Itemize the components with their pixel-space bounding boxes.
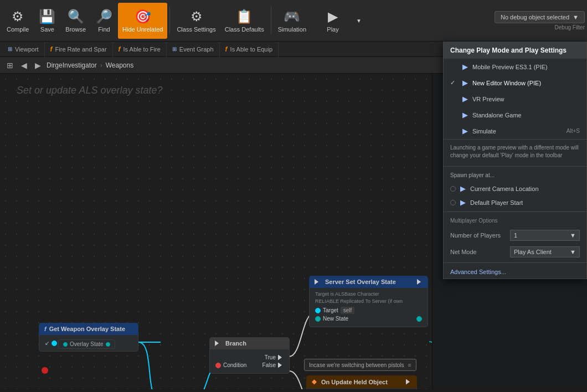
home-button[interactable]: ⊞ (4, 60, 16, 71)
mobile-preview-item[interactable]: ▶ Mobile Preview ES3.1 (PIE) (444, 59, 586, 75)
browse-icon: 🔍 (68, 9, 84, 24)
canvas-area[interactable]: Set or update ALS overlay state? f Get (0, 74, 432, 389)
browse-button[interactable]: 🔍 Browse (61, 3, 90, 39)
debug-object-select[interactable]: No debug object selected ▼ (495, 11, 585, 23)
tab-fire-rate-and-spar[interactable]: f Fire Rate and Spar (45, 42, 113, 57)
num-players-arrow: ▼ (570, 232, 576, 239)
simulate-item[interactable]: ▶ Simulate Alt+S (444, 123, 586, 139)
overlay-state-text: Overlay State (70, 341, 104, 347)
net-mode-arrow: ▼ (570, 249, 576, 255)
save-label: Save (40, 26, 54, 33)
new-editor-icon: ▶ (462, 79, 468, 87)
on-update-exec-out (406, 379, 411, 385)
compile-label: Compile (7, 26, 29, 33)
tab-is-able-to-equip[interactable]: f Is Able to Equip (220, 42, 279, 57)
default-player-radio[interactable] (450, 200, 456, 205)
vr-preview-item[interactable]: ▶ VR Preview (444, 91, 586, 107)
simulate-icon: ▶ (462, 127, 468, 135)
breadcrumb-child[interactable]: Weapons (106, 61, 133, 69)
node-title: Get Weapon Overlay State (49, 326, 125, 332)
play-dropdown-button[interactable]: ▼ (355, 3, 363, 39)
simulation-label: Simulation (278, 26, 306, 33)
default-player-label: Default Player Start (470, 199, 523, 206)
pistols-comment: Incase we're switching between pistols ≡ (304, 359, 416, 371)
default-player-icon: ▶ (460, 198, 466, 207)
breadcrumb-root[interactable]: DirgeInvestigator (47, 61, 97, 69)
viewport-icon: ⊞ (8, 46, 12, 52)
branch-condition-pin[interactable] (215, 363, 221, 368)
simulation-button[interactable]: 🎮 Simulation (274, 3, 311, 39)
tab-viewport[interactable]: ⊞ Viewport (2, 42, 45, 57)
branch-node[interactable]: Branch True Condition False (209, 337, 290, 374)
server-new-state-pin[interactable] (315, 316, 321, 322)
spawn-label: Spawn player at... (444, 169, 586, 182)
new-editor-label: New Editor Window (PIE) (472, 80, 541, 86)
num-players-value: 1 (514, 232, 517, 239)
play-label: Play (327, 26, 338, 33)
server-target-label: Target (323, 307, 338, 313)
overlay-state-label: Overlay State (58, 339, 115, 349)
branch-true-pin[interactable] (278, 355, 284, 360)
server-set-subtitle1: Target is ALSBase Character (315, 291, 422, 297)
debug-bar: No debug object selected ▼ Debug Filter (495, 11, 585, 30)
forward-button[interactable]: ▶ (33, 60, 43, 71)
fire-rate-label: Fire Rate and Spar (55, 46, 107, 53)
net-mode-select[interactable]: Play As Client ▼ (510, 246, 580, 257)
save-icon: 💾 (39, 9, 55, 24)
vr-icon: ▶ (462, 95, 468, 103)
tab-is-able-to-fire[interactable]: f Is Able to Fire (113, 42, 167, 57)
find-button[interactable]: 🔎 Find (90, 3, 118, 39)
server-set-body: Target is ALSBase Character RELIABLE Rep… (309, 288, 428, 327)
branch-body: True Condition False (209, 349, 290, 374)
branch-true-label: True (215, 354, 276, 360)
node-icon: f (44, 326, 47, 332)
is-able-equip-label: Is Able to Equip (230, 46, 272, 53)
mobile-label: Mobile Preview ES3.1 (PIE) (472, 64, 548, 70)
event-graph-icon: ⊞ (172, 46, 177, 52)
standalone-icon: ▶ (462, 111, 468, 119)
num-players-select[interactable]: 1 ▼ (510, 230, 580, 241)
new-editor-window-item[interactable]: ✓ ▶ New Editor Window (PIE) (444, 75, 586, 91)
current-camera-label: Current Camera Location (470, 185, 539, 192)
new-editor-check: ✓ (450, 79, 458, 86)
tab-event-graph[interactable]: ⊞ Event Graph (167, 42, 220, 57)
server-set-node[interactable]: Server Set Overlay State Target is ALSBa… (309, 276, 428, 327)
hide-unrelated-icon: 🎯 (135, 9, 151, 24)
dropdown-header[interactable]: Change Play Mode and Play Settings (444, 42, 586, 59)
fire-rate-icon: f (50, 45, 53, 53)
play-button[interactable]: ▶ Play (311, 3, 355, 39)
server-target-value: self (341, 307, 355, 314)
simulation-icon: 🎮 (284, 9, 300, 24)
standalone-game-item[interactable]: ▶ Standalone Game (444, 107, 586, 123)
server-set-exec-out (417, 279, 423, 285)
server-target-pin[interactable] (315, 308, 321, 313)
compile-icon: ⚙ (12, 9, 24, 24)
overlay-pin-label: ↙ (45, 340, 49, 346)
class-defaults-button[interactable]: 📋 Class Defaults (220, 3, 269, 39)
overlay-pin[interactable] (52, 341, 57, 346)
default-player-item[interactable]: ▶ Default Player Start (444, 195, 586, 209)
on-update-held-node[interactable]: ◆ On Update Held Object Target is Dirge … (306, 375, 417, 389)
pistols-comment-icon: ≡ (408, 362, 411, 368)
class-settings-button[interactable]: ⚙ Class Settings (172, 3, 220, 39)
current-camera-radio[interactable] (450, 186, 456, 192)
class-defaults-label: Class Defaults (225, 26, 264, 33)
save-button[interactable]: 💾 Save (33, 3, 61, 39)
hide-unrelated-button[interactable]: 🎯 Hide Unrelated (118, 3, 167, 39)
num-players-label: Number of Players (450, 232, 506, 239)
vr-label: VR Preview (472, 96, 504, 102)
dropdown-sep-1 (444, 166, 586, 167)
compile-button[interactable]: ⚙ Compile (2, 3, 33, 39)
on-update-diamond: ◆ (312, 378, 316, 385)
on-update-header: ◆ On Update Held Object (306, 375, 417, 388)
server-set-subtitle2: RELIABLE Replicated To Server (if own (315, 298, 422, 304)
server-set-header: Server Set Overlay State (309, 276, 428, 288)
branch-false-label: False (249, 362, 276, 368)
current-camera-item[interactable]: ▶ Current Camera Location (444, 182, 586, 195)
back-button[interactable]: ◀ (19, 60, 29, 71)
net-mode-row: Net Mode Play As Client ▼ (444, 244, 586, 260)
advanced-settings-link[interactable]: Advanced Settings... (444, 265, 586, 278)
on-update-title: On Update Held Object (321, 379, 388, 385)
on-update-body: Target is Dirge Investigator Target self (306, 388, 417, 389)
branch-false-pin[interactable] (278, 363, 284, 368)
